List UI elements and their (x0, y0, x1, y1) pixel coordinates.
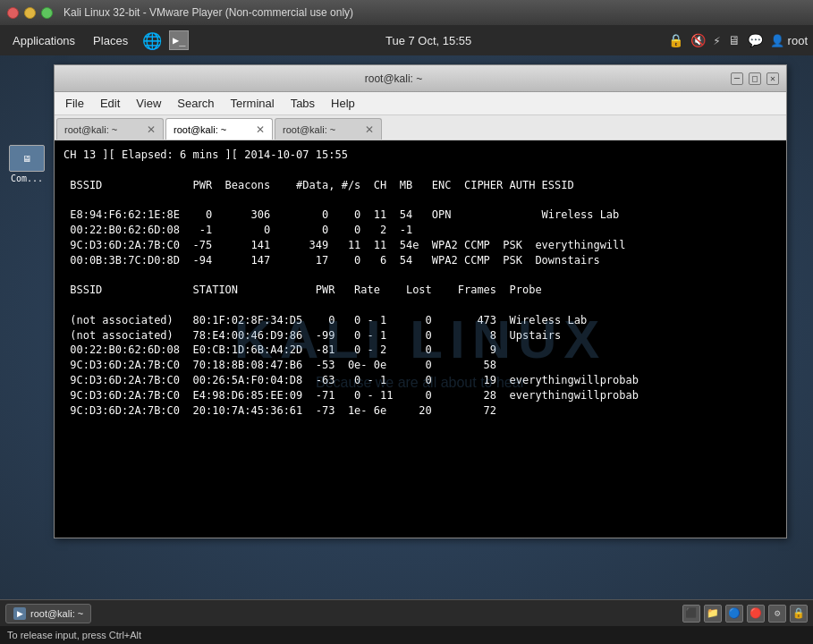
globe-icon[interactable]: 🌐 (142, 31, 162, 50)
taskbar-icon-2[interactable]: 🔵 (725, 605, 743, 623)
clock: Tue 7 Oct, 15:55 (385, 34, 471, 47)
term-menu-tabs[interactable]: Tabs (284, 95, 322, 112)
desktop-icon-label: Com... (11, 174, 43, 183)
taskbar-icon-5[interactable]: 🔒 (790, 605, 808, 623)
terminal-tabs: root@kali: ~ ✕ root@kali: ~ ✕ root@kali:… (55, 115, 786, 140)
tab-3-label: root@kali: ~ (283, 124, 335, 135)
menubar-item-applications[interactable]: Applications (5, 30, 82, 51)
desktop-icon-computer[interactable]: 🖥 Com... (4, 145, 50, 183)
systray: 🔒 🔇 ⚡ 🖥 💬 (668, 33, 762, 47)
tab-1[interactable]: root@kali: ~ ✕ (56, 118, 164, 140)
term-menu-file[interactable]: File (58, 95, 91, 112)
user-icon: 👤 (770, 34, 784, 47)
menubar: Applications Places 🌐 ▶_ Tue 7 Oct, 15:5… (0, 25, 813, 55)
tab-1-label: root@kali: ~ (64, 124, 117, 135)
vm-min-btn[interactable] (24, 7, 36, 19)
bluetooth-icon[interactable]: ⚡ (713, 33, 720, 47)
taskbar-icon-1[interactable]: 📁 (704, 605, 722, 623)
taskbar-systray: ⬛ 📁 🔵 🔴 ⚙ 🔒 (682, 605, 808, 623)
audio-icon[interactable]: 🔇 (690, 33, 706, 47)
network-icon[interactable]: 🔒 (668, 33, 683, 47)
statusbar: To release input, press Ctrl+Alt (0, 626, 813, 644)
tab-2-close[interactable]: ✕ (256, 123, 265, 136)
vm-close-btn[interactable] (7, 7, 19, 19)
terminal-close-btn[interactable]: ✕ (766, 72, 779, 85)
terminal-content[interactable]: KALI LINUX Because we are all about to h… (55, 140, 786, 538)
tab-3-close[interactable]: ✕ (365, 123, 374, 136)
taskbar-item-terminal[interactable]: ▶ root@kali: ~ (5, 604, 91, 623)
vm-max-btn[interactable] (41, 7, 53, 19)
vm-title: Kali Linux 32-bit - VMware Player (Non-c… (64, 6, 353, 19)
terminal-icon[interactable]: ▶_ (169, 30, 189, 50)
term-menu-view[interactable]: View (129, 95, 168, 112)
terminal-output: CH 13 ][ Elapsed: 6 mins ][ 2014-10-07 1… (64, 148, 777, 418)
term-menu-edit[interactable]: Edit (93, 95, 127, 112)
root-label: root (788, 34, 808, 47)
taskbar-terminal-btn[interactable]: ⬛ (682, 605, 700, 623)
taskbar-icon-4[interactable]: ⚙ (768, 605, 786, 623)
chat-icon[interactable]: 💬 (748, 33, 763, 47)
taskbar-icon-3[interactable]: 🔴 (747, 605, 765, 623)
terminal-window: root@kali: ~ ─ □ ✕ File Edit View Search… (54, 64, 787, 538)
terminal-maximize-btn[interactable]: □ (749, 72, 761, 85)
tab-2[interactable]: root@kali: ~ ✕ (165, 118, 273, 140)
tab-3[interactable]: root@kali: ~ ✕ (275, 118, 382, 140)
vm-titlebar: Kali Linux 32-bit - VMware Player (Non-c… (0, 0, 813, 25)
taskbar: ▶ root@kali: ~ ⬛ 📁 🔵 🔴 ⚙ 🔒 (0, 599, 813, 626)
desktop: root@kali: ~ ─ □ ✕ File Edit View Search… (0, 55, 813, 599)
term-menu-search[interactable]: Search (170, 95, 221, 112)
terminal-menu: File Edit View Search Terminal Tabs Help (55, 92, 786, 115)
root-user-menu[interactable]: 👤 root (770, 34, 808, 47)
status-text: To release input, press Ctrl+Alt (7, 630, 141, 640)
term-menu-help[interactable]: Help (324, 95, 362, 112)
taskbar-terminal-icon: ▶ (13, 607, 26, 620)
terminal-minimize-btn[interactable]: ─ (731, 72, 743, 85)
terminal-title: root@kali: ~ (62, 72, 725, 85)
menubar-item-places[interactable]: Places (86, 30, 135, 51)
computer-icon: 🖥 (9, 145, 45, 172)
display-icon[interactable]: 🖥 (728, 33, 741, 47)
terminal-titlebar: root@kali: ~ ─ □ ✕ (55, 65, 786, 92)
term-menu-terminal[interactable]: Terminal (224, 95, 282, 112)
taskbar-item-label: root@kali: ~ (30, 608, 83, 619)
tab-1-close[interactable]: ✕ (147, 123, 156, 136)
tab-2-label: root@kali: ~ (174, 124, 226, 135)
